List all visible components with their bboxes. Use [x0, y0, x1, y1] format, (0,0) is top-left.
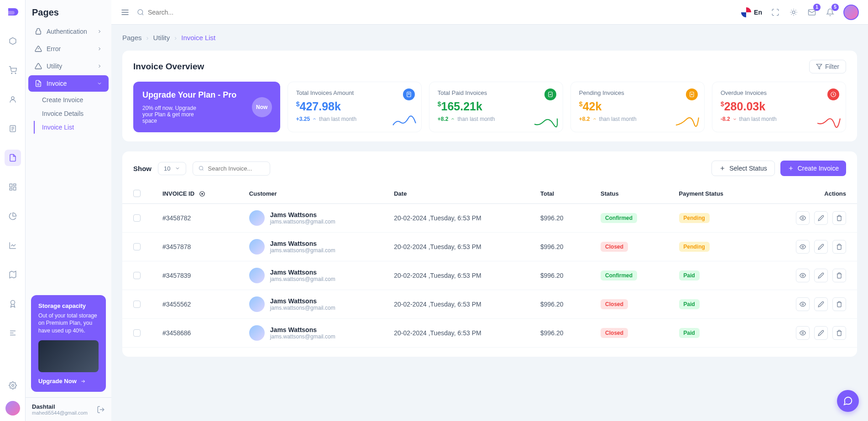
crumb-utility[interactable]: Utility — [153, 34, 170, 42]
rail-map-icon[interactable] — [5, 266, 21, 283]
svg-rect-6 — [13, 187, 16, 190]
trash-icon — [836, 244, 842, 250]
upgrade-now-button[interactable]: Now — [252, 97, 272, 117]
search-icon — [137, 9, 144, 16]
view-button[interactable] — [796, 211, 810, 225]
sidebar-item-utility[interactable]: Utility — [28, 58, 109, 74]
row-checkbox[interactable] — [133, 272, 141, 279]
row-checkbox[interactable] — [133, 301, 141, 308]
table-row[interactable]: #3457878 Jams Wattsonsjams.wattsons@gmai… — [122, 233, 857, 261]
sidebar-sub-invoice-list[interactable]: Invoice List — [34, 121, 109, 134]
stat-card-2: Pending Invoices $42k +8.2 than last mon… — [570, 82, 705, 132]
plus-icon — [719, 165, 726, 172]
edit-icon — [818, 330, 824, 336]
svg-point-8 — [10, 301, 15, 305]
delete-button[interactable] — [832, 240, 846, 254]
expand-icon[interactable] — [770, 7, 780, 17]
rail-page-icon[interactable] — [5, 150, 21, 166]
trash-icon — [836, 301, 842, 307]
view-button[interactable] — [796, 297, 810, 311]
page-size-select[interactable]: 10 — [158, 162, 186, 175]
rail-settings-icon[interactable] — [5, 377, 21, 394]
theme-icon[interactable] — [789, 7, 799, 17]
cell-date: 20-02-2024 ,Tuesday, 6:53 PM — [383, 204, 529, 233]
delete-button[interactable] — [832, 326, 846, 340]
language-selector[interactable]: En — [741, 7, 762, 17]
edit-button[interactable] — [814, 240, 828, 254]
storage-title: Storage capacity — [38, 302, 99, 309]
sidebar-item-icon — [35, 80, 42, 87]
select-all-checkbox[interactable] — [133, 190, 141, 197]
select-status-button[interactable]: Select Status — [711, 161, 775, 176]
create-invoice-button[interactable]: Create Invoice — [780, 161, 846, 176]
edit-button[interactable] — [814, 326, 828, 340]
sidebar-item-error[interactable]: Error — [28, 41, 109, 57]
view-button[interactable] — [796, 240, 810, 254]
rail-pie-icon[interactable] — [5, 208, 21, 224]
overview-title: Invoice Overview — [133, 62, 204, 72]
rail-badge-icon[interactable] — [5, 296, 21, 312]
table-row[interactable]: #3455562 Jams Wattsonsjams.wattsons@gmai… — [122, 290, 857, 319]
col-status[interactable]: Status — [590, 183, 668, 204]
view-button[interactable] — [796, 269, 810, 282]
edit-button[interactable] — [814, 269, 828, 282]
filter-button[interactable]: Filter — [809, 60, 846, 73]
delete-button[interactable] — [832, 211, 846, 225]
cell-customer: Jams Wattsonsjams.wattsons@gmail.com — [249, 268, 372, 283]
hamburger-icon[interactable] — [120, 8, 130, 17]
fab-button[interactable] — [837, 390, 859, 412]
rail-dashboard-icon[interactable] — [5, 179, 21, 195]
invoice-search[interactable] — [193, 161, 270, 176]
rail-user-icon[interactable] — [5, 91, 21, 108]
sidebar-sub-create-invoice[interactable]: Create Invoice — [28, 94, 109, 106]
col-customer[interactable]: Customer — [238, 183, 383, 204]
customer-avatar — [249, 296, 265, 312]
sidebar-sub-invoice-details[interactable]: Invoice Details — [28, 107, 109, 120]
filter-icon — [816, 63, 822, 70]
delete-button[interactable] — [832, 269, 846, 282]
user-avatar[interactable] — [843, 5, 859, 20]
customer-avatar — [249, 210, 265, 226]
payment-chip: Paid — [679, 270, 700, 281]
rail-cube-icon[interactable] — [5, 33, 21, 49]
col-total[interactable]: Total — [529, 183, 590, 204]
row-checkbox[interactable] — [133, 243, 141, 250]
table-row[interactable]: #3457839 Jams Wattsonsjams.wattsons@gmai… — [122, 261, 857, 290]
mail-icon[interactable]: 1 — [807, 7, 817, 17]
rail-cart-icon[interactable] — [5, 62, 21, 78]
logout-icon[interactable] — [97, 405, 105, 414]
global-search[interactable] — [137, 9, 734, 16]
svg-point-11 — [792, 11, 795, 14]
col-invoice-id[interactable]: INVOICE ID — [152, 183, 238, 204]
invoice-search-input[interactable] — [208, 165, 265, 172]
edit-button[interactable] — [814, 211, 828, 225]
customer-email: jams.wattsons@gmail.com — [270, 218, 335, 225]
sidebar-item-invoice[interactable]: Invoice — [28, 75, 109, 92]
row-checkbox[interactable] — [133, 329, 141, 337]
edit-button[interactable] — [814, 297, 828, 311]
row-checkbox[interactable] — [133, 214, 141, 222]
table-row[interactable]: #3458782 Jams Wattsonsjams.wattsons@gmai… — [122, 204, 857, 233]
search-input[interactable] — [148, 9, 734, 16]
stat-value: $427.98k — [296, 100, 413, 113]
sidebar-item-authentication[interactable]: Authentication — [28, 23, 109, 40]
logo[interactable] — [5, 5, 20, 20]
table-row[interactable]: #3458686 Jams Wattsonsjams.wattsons@gmai… — [122, 319, 857, 348]
col-actions: Actions — [757, 183, 857, 204]
bell-icon[interactable]: 5 — [825, 7, 835, 17]
view-button[interactable] — [796, 326, 810, 340]
col-payment-status[interactable]: Payment Status — [668, 183, 757, 204]
delete-button[interactable] — [832, 297, 846, 311]
storage-card: Storage capacity Out of your total stora… — [31, 295, 106, 392]
rail-collapse-icon[interactable] — [5, 325, 21, 341]
col-date[interactable]: Date — [383, 183, 529, 204]
cell-invoice-id: #3457839 — [152, 261, 238, 290]
rail-avatar[interactable] — [5, 401, 20, 416]
rail-chart-icon[interactable] — [5, 237, 21, 254]
rail-note-icon[interactable] — [5, 120, 21, 137]
x-circle-icon[interactable] — [199, 191, 205, 197]
svg-point-1 — [15, 73, 16, 74]
crumb-pages[interactable]: Pages — [122, 34, 142, 42]
upgrade-now-link[interactable]: Upgrade Now — [38, 378, 99, 385]
cell-customer: Jams Wattsonsjams.wattsons@gmail.com — [249, 239, 372, 255]
